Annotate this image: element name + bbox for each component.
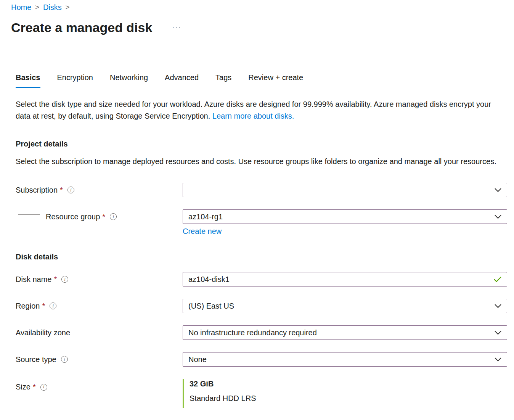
source-type-label-cell: Source type i <box>16 355 183 364</box>
title-row: Create a managed disk ··· <box>11 20 507 35</box>
resource-group-label-cell: Resource group * i <box>16 212 183 221</box>
tab-bar: Basics Encryption Networking Advanced Ta… <box>16 73 507 88</box>
create-new-link[interactable]: Create new <box>183 227 222 235</box>
info-icon[interactable]: i <box>61 276 68 283</box>
project-details-form: Subscription * i Resource group * i az10… <box>16 183 507 408</box>
source-type-dropdown[interactable]: None <box>183 352 507 367</box>
source-type-value: None <box>188 355 207 364</box>
required-asterisk: * <box>60 186 63 195</box>
intro-paragraph: Select the disk type and size needed for… <box>16 98 507 122</box>
required-asterisk: * <box>102 212 105 221</box>
region-label-cell: Region * i <box>16 302 183 311</box>
source-type-label: Source type <box>16 355 56 364</box>
project-details-heading: Project details <box>16 140 507 148</box>
region-value: (US) East US <box>188 302 234 311</box>
project-details-description: Select the subscription to manage deploy… <box>16 156 507 167</box>
create-new-row: Create new <box>16 227 507 236</box>
info-icon[interactable]: i <box>61 356 68 363</box>
availability-zone-label: Availability zone <box>16 328 70 337</box>
size-label: Size <box>16 383 31 391</box>
info-icon[interactable]: i <box>110 213 117 220</box>
breadcrumb-separator-icon: > <box>35 3 39 11</box>
chevron-down-icon <box>495 215 501 219</box>
tab-advanced[interactable]: Advanced <box>165 73 199 88</box>
disk-name-value: az104-disk1 <box>188 275 230 284</box>
required-asterisk: * <box>33 383 36 391</box>
tab-review-create[interactable]: Review + create <box>248 73 303 88</box>
size-row: Size * i 32 GiB Standard HDD LRS <box>16 379 507 408</box>
availability-zone-row: Availability zone No infrastructure redu… <box>16 325 507 340</box>
breadcrumb-separator-icon: > <box>66 3 70 11</box>
availability-zone-label-cell: Availability zone <box>16 328 183 337</box>
required-asterisk: * <box>54 275 57 284</box>
info-icon[interactable]: i <box>40 384 47 391</box>
subscription-label: Subscription <box>16 186 58 195</box>
more-options-button[interactable]: ··· <box>172 24 181 32</box>
availability-zone-dropdown[interactable]: No infrastructure redundancy required <box>183 325 507 340</box>
chevron-down-icon <box>495 304 501 308</box>
learn-more-disks-link[interactable]: Learn more about disks. <box>212 112 294 120</box>
size-label-cell: Size * i <box>16 383 183 391</box>
info-icon[interactable]: i <box>67 187 74 193</box>
tree-connector-line <box>18 197 40 215</box>
breadcrumb-link-home[interactable]: Home <box>11 3 31 12</box>
breadcrumb-link-disks[interactable]: Disks <box>43 3 62 12</box>
chevron-down-icon <box>495 357 501 362</box>
chevron-down-icon <box>495 188 501 192</box>
disk-name-row: Disk name * i az104-disk1 <box>16 272 507 286</box>
tab-networking[interactable]: Networking <box>110 73 148 88</box>
size-summary-block: 32 GiB Standard HDD LRS <box>183 379 507 408</box>
availability-zone-value: No infrastructure redundancy required <box>188 328 317 337</box>
disk-name-label: Disk name <box>16 275 51 284</box>
tab-basics[interactable]: Basics <box>16 73 40 88</box>
info-icon[interactable]: i <box>50 303 56 309</box>
valid-check-icon <box>494 276 501 282</box>
chevron-down-icon <box>495 331 501 335</box>
subscription-row: Subscription * i <box>16 183 507 197</box>
size-sku[interactable]: Standard HDD LRS <box>190 394 507 403</box>
subscription-label-cell: Subscription * i <box>16 186 183 195</box>
disk-name-label-cell: Disk name * i <box>16 275 183 284</box>
page-title: Create a managed disk <box>11 20 152 35</box>
size-value: 32 GiB <box>190 380 507 388</box>
basics-tab-content: Select the disk type and size needed for… <box>0 98 514 408</box>
tab-encryption[interactable]: Encryption <box>57 73 93 88</box>
resource-group-label: Resource group <box>46 212 100 221</box>
required-asterisk: * <box>42 302 45 311</box>
tab-tags[interactable]: Tags <box>215 73 231 88</box>
region-label: Region <box>16 302 40 311</box>
subscription-dropdown[interactable] <box>183 183 507 197</box>
page-header: Home > Disks > Create a managed disk ···… <box>0 0 514 88</box>
resource-group-row: Resource group * i az104-rg1 <box>16 209 507 224</box>
region-row: Region * i (US) East US <box>16 299 507 313</box>
resource-group-dropdown[interactable]: az104-rg1 <box>183 209 507 224</box>
region-dropdown[interactable]: (US) East US <box>183 299 507 313</box>
disk-details-heading: Disk details <box>16 253 507 261</box>
source-type-row: Source type i None <box>16 352 507 367</box>
disk-name-input[interactable]: az104-disk1 <box>183 272 507 286</box>
resource-group-value: az104-rg1 <box>188 212 223 221</box>
breadcrumb: Home > Disks > <box>11 3 507 12</box>
